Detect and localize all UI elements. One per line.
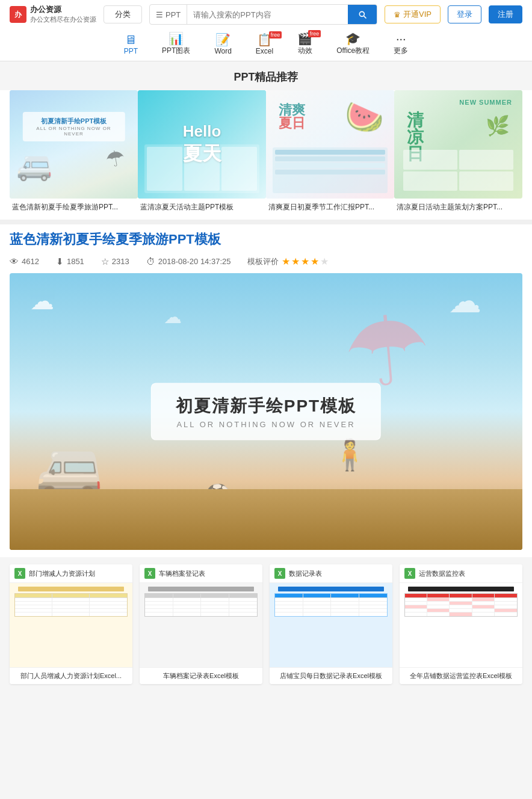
thumb-item-4[interactable]: NEW SUMMER 清凉日 🌿 清凉夏日活动主题策划方案PPT...: [394, 90, 522, 214]
excel-card-3[interactable]: X 数据记录表: [270, 564, 392, 684]
thumb-item-1[interactable]: 🚐 ☂ 初夏清新手绘PPT模板 ALL OR NOTHING NOW OR NE…: [10, 90, 138, 214]
search-input[interactable]: [187, 5, 348, 24]
excel-card-1-header: X 部门增减人力资源计划: [10, 564, 132, 583]
vip-button[interactable]: ♛ 开通VIP: [385, 5, 441, 23]
search-button[interactable]: [348, 5, 377, 24]
sidebar-item-excel[interactable]: 📋 free Excel: [256, 34, 273, 55]
tutorial-icon: 🎓: [345, 32, 360, 45]
star-2: ★: [291, 256, 300, 267]
downloads-stat: ⬇ 1851: [56, 256, 84, 267]
thumb-item-3[interactable]: 清爽夏日 🍉 清爽夏日初夏季节工作汇报PPT...: [266, 90, 394, 214]
thumb-label-2: 蓝清凉夏天活动主题PPT模板: [138, 199, 266, 214]
favorites-stat: ☆ 2313: [101, 256, 129, 267]
excel-card-4-title: 运营数据监控表: [419, 569, 465, 578]
search-bar: ☰ PPT: [149, 4, 377, 25]
thumb-bg-3: 清爽夏日 🍉: [266, 90, 394, 199]
bus-icon-1: 🚐: [16, 149, 52, 182]
nav-label-ppt-chart: PPT图表: [162, 46, 190, 56]
excel-icon-3: X: [274, 568, 285, 579]
logo[interactable]: 办 办公资源 办公文档尽在办公资源: [10, 5, 96, 23]
nav-bar: 🖥 PPT 📊 PPT图表 📝 Word 📋 free Excel 🎬 free…: [0, 29, 532, 61]
section-title: PPT精品推荐: [0, 61, 532, 90]
star-3: ★: [301, 256, 309, 267]
excel-card-1-label: 部门人员增减人力资源计划Excel...: [10, 667, 132, 684]
excel-card-2-header: X 车辆档案登记表: [140, 564, 262, 583]
beach-ground: [10, 489, 522, 550]
excel-card-4-label: 全年店铺数据运营监控表Excel模板: [400, 667, 522, 684]
date-value: 2018-08-20 14:37:25: [158, 257, 231, 266]
rating-label: 模板评价: [247, 256, 279, 267]
sidebar-item-ppt[interactable]: 🖥 PPT: [124, 34, 138, 55]
search-type-selector[interactable]: ☰ PPT: [150, 5, 187, 24]
star-5: ★: [320, 256, 329, 267]
divider-1: [0, 220, 532, 224]
person-icon: 🧍: [331, 437, 368, 472]
preview-cn-title: 初夏清新手绘PPT模板: [176, 395, 356, 418]
preview-text-overlay: 初夏清新手绘PPT模板 ALL OR NOTHING NOW OR NEVER: [151, 383, 381, 440]
views-count: 4612: [22, 257, 39, 266]
thumb-rows-3: [273, 147, 388, 193]
umbrella-icon-1: ☂: [104, 145, 127, 173]
animation-free-badge: free: [308, 30, 321, 37]
thumb-new-badge: NEW SUMMER: [459, 99, 512, 106]
preview-en-title: ALL OR NOTHING NOW OR NEVER: [176, 420, 356, 429]
search-type-icon: ☰: [156, 10, 163, 19]
clock-icon: ⏱: [146, 256, 155, 267]
excel-card-1-preview: [10, 583, 132, 667]
excel-icon-1: X: [14, 568, 25, 579]
thumb-label-3: 清爽夏日初夏季节工作汇报PPT...: [266, 199, 394, 214]
crown-icon: ♛: [394, 10, 401, 19]
star-1: ★: [282, 256, 290, 267]
excel-icon-4: X: [404, 568, 415, 579]
thumb-bg-4: NEW SUMMER 清凉日 🌿: [394, 90, 522, 199]
thumb-text-3: 清爽夏日: [279, 103, 305, 130]
excel-card-2[interactable]: X 车辆档案登记表: [140, 564, 262, 684]
excel-card-2-label: 车辆档案记录表Excel模板: [140, 667, 262, 684]
sidebar-item-animation[interactable]: 🎬 free 动效: [297, 32, 312, 56]
thumb-label-1: 蓝色清新初夏手绘夏季旅游PPT...: [10, 199, 138, 214]
excel-card-3-title: 数据记录表: [289, 569, 322, 578]
thumb-bg-2: Hello 夏天: [138, 90, 266, 199]
ppt-icon: 🖥: [125, 34, 137, 46]
classify-button[interactable]: 分类: [104, 5, 142, 23]
rating-stat: 模板评价 ★ ★ ★ ★ ★: [247, 256, 329, 267]
nav-label-ppt: PPT: [124, 47, 138, 55]
star-outline-icon: ☆: [101, 256, 109, 267]
excel-card-1[interactable]: X 部门增减人力资源计划: [10, 564, 132, 684]
excel-card-4-header: X 运营数据监控表: [400, 564, 522, 583]
more-icon: ···: [396, 32, 406, 45]
thumb-overlay-1: 初夏清新手绘PPT模板 ALL OR NOTHING NOW OR NEVER: [22, 112, 125, 141]
sidebar-item-ppt-chart[interactable]: 📊 PPT图表: [162, 32, 190, 56]
excel-card-4[interactable]: X 运营数据监控表: [400, 564, 522, 684]
excel-card-2-preview: [140, 583, 262, 667]
thumb-content-2: [144, 144, 260, 193]
cloud-left-icon: ☁: [30, 287, 54, 315]
logo-icon: 办: [10, 6, 26, 23]
excel-grid: X 部门增减人力资源计划: [0, 557, 532, 690]
favorites-count: 2313: [112, 257, 129, 266]
cloud-right-icon: ☁: [448, 282, 481, 320]
sidebar-item-more[interactable]: ··· 更多: [394, 32, 408, 56]
date-stat: ⏱ 2018-08-20 14:37:25: [146, 256, 231, 267]
thumb-item-2[interactable]: Hello 夏天 蓝清凉夏天活动主题PPT模板: [138, 90, 266, 214]
thumb-grid-4: [401, 147, 516, 193]
downloads-count: 1851: [67, 257, 84, 266]
sidebar-item-word[interactable]: 📝 Word: [214, 34, 231, 55]
detail-title: 蓝色清新初夏手绘夏季旅游PPT模板: [0, 224, 532, 253]
sidebar-item-office-tutorial[interactable]: 🎓 Office教程: [336, 32, 370, 56]
register-button[interactable]: 注册: [489, 5, 522, 23]
excel-free-badge: free: [269, 31, 282, 39]
thumbnail-grid: 🚐 ☂ 初夏清新手绘PPT模板 ALL OR NOTHING NOW OR NE…: [0, 90, 532, 220]
excel-card-2-title: 车辆档案登记表: [159, 569, 205, 578]
star-4: ★: [311, 256, 319, 267]
thumb-bg-1: 🚐 ☂ 初夏清新手绘PPT模板 ALL OR NOTHING NOW OR NE…: [10, 90, 138, 199]
nav-label-excel: Excel: [256, 47, 273, 55]
watermelon-icon: 🍉: [345, 99, 384, 135]
ppt-chart-icon: 📊: [169, 32, 184, 45]
stats-bar: 👁 4612 ⬇ 1851 ☆ 2313 ⏱ 2018-08-20 14:37:…: [0, 253, 532, 273]
login-button[interactable]: 登录: [448, 5, 481, 23]
nav-label-animation: 动效: [298, 46, 312, 56]
download-icon: ⬇: [56, 256, 64, 267]
logo-text: 办公资源 办公文档尽在办公资源: [30, 5, 96, 23]
nav-label-word: Word: [214, 47, 231, 55]
